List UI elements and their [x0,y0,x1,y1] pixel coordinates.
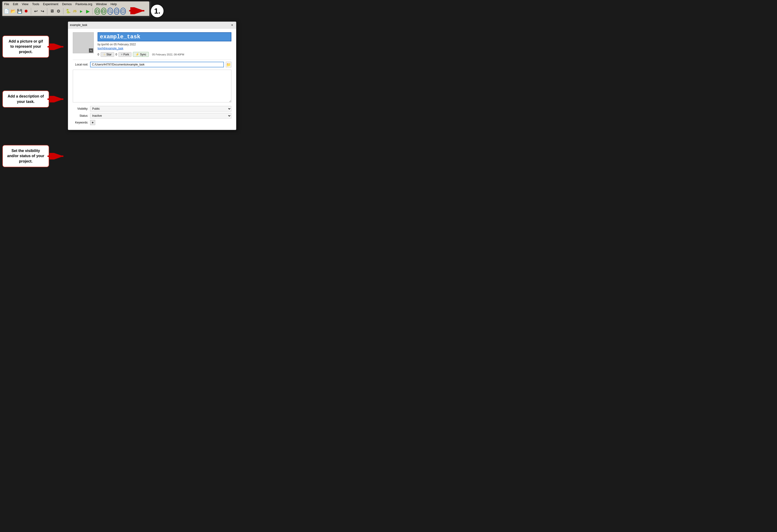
menu-bar: File Edit View Tools Experiment Demos Pa… [2,1,149,6]
star-count: 0 [98,53,99,56]
svg-line-7 [111,12,112,13]
project-name-input[interactable] [98,32,231,41]
folder-browse-button[interactable]: 📁 [226,62,231,68]
sync-button[interactable]: ⚡ Sync [133,52,149,57]
run-small-button[interactable]: ▶ [78,7,84,15]
globe-pavlovia-button[interactable] [95,8,100,15]
menu-experiment[interactable]: Experiment [43,2,59,6]
callout-picture: Add a picture or gif to represent your p… [2,35,49,58]
separator4 [92,8,93,14]
step-number-1: 1. [150,4,164,18]
arrow-picture-icon [47,43,66,50]
arrow-visibility-icon [47,153,66,159]
menu-view[interactable]: View [22,2,28,6]
separator3 [63,8,64,14]
menu-window[interactable]: Window [96,2,107,6]
status-row: Status: Inactive Active Piloting [73,113,231,119]
star-button[interactable]: ☆ Star [101,52,114,57]
status-select[interactable]: Inactive Active Piloting [90,113,231,119]
save-button[interactable]: 💾 [17,7,22,15]
thumbnail-edit-button[interactable]: ✎ [89,48,93,52]
redo-button[interactable]: ↪ [39,7,45,15]
fork-icon: ⑂ [121,53,123,56]
record-button[interactable]: ⏺ [23,7,29,15]
globe-search-button[interactable] [101,8,107,15]
menu-edit[interactable]: Edit [13,2,18,6]
globe-info2-button[interactable]: i [120,8,126,15]
dialog-close-button[interactable]: × [230,23,234,27]
globe-magnify-button[interactable] [107,8,113,15]
fork-button[interactable]: ⑂ Fork [118,52,131,57]
python-button[interactable]: 🐍 [65,7,71,15]
sync-icon: ⚡ [135,52,139,56]
add-keyword-button[interactable]: + [90,120,95,125]
menu-demos[interactable]: Demos [62,2,72,6]
last-sync-time: 05 February 2022, 08:40PM [152,53,184,56]
local-root-label: Local root: [73,63,88,66]
status-label: Status: [73,114,88,117]
visibility-select[interactable]: Public Private [90,106,231,112]
open-button[interactable]: 📂 [10,7,16,15]
arrow-1-icon [129,7,148,14]
svg-text:i: i [123,10,123,13]
annotations-panel: Add a picture or gif to represent your p… [2,35,49,167]
globe-info-button[interactable]: i [114,8,120,15]
local-root-input[interactable] [90,62,224,68]
separator [31,8,31,14]
js-button[interactable]: JS [72,7,78,15]
description-textarea[interactable] [73,70,231,103]
fork-count: 0 [116,53,117,56]
monitor-button[interactable]: 🖥 [49,7,55,15]
app-bar: File Edit View Tools Experiment Demos Pa… [1,1,151,17]
project-author: by lpxrh6 on 05 February 2022 [98,43,231,46]
dialog-titlebar: example_task × [68,22,236,28]
new-button[interactable]: 📄 [4,7,9,15]
run-button[interactable]: ▶ [85,7,91,15]
main-layout: Add a picture or gif to represent your p… [0,19,777,167]
callout-description: Add a description of your task. [2,91,49,108]
svg-text:i: i [116,10,117,13]
local-root-row: Local root: 📁 [73,62,231,68]
visibility-row: Visibility: Public Private [73,106,231,112]
undo-button[interactable]: ↩ [33,7,38,15]
dialog-body: ✎ by lpxrh6 on 05 February 2022 lpxrh6/e… [68,28,236,130]
keywords-row: Keywords: + [73,120,231,125]
toolbar: 📄 📂 💾 ⏺ ↩ ↪ 🖥 ⚙ 🐍 JS ▶ ▶ [2,6,149,16]
star-icon: ☆ [103,53,106,56]
menu-tools[interactable]: Tools [32,2,39,6]
keywords-label: Keywords: [73,121,88,124]
menu-file[interactable]: File [4,2,9,6]
project-thumbnail[interactable]: ✎ [73,32,94,53]
example-task-dialog: example_task × ✎ by lpxrh6 on 05 Februar… [68,21,236,130]
menu-help[interactable]: Help [110,2,117,6]
visibility-label: Visibility: [73,107,88,110]
menu-pavlovia[interactable]: Pavlovia.org [76,2,92,6]
project-info: by lpxrh6 on 05 February 2022 lpxrh6/exa… [98,32,231,57]
dialog-title: example_task [70,23,87,27]
arrow-description-icon [47,96,66,103]
divider-1 [73,59,231,60]
project-header: ✎ by lpxrh6 on 05 February 2022 lpxrh6/e… [73,32,231,57]
project-actions: 0 ☆ Star 0 ⑂ Fork ⚡ [98,52,231,57]
project-link[interactable]: lpxrh6/example_task [98,47,123,50]
svg-point-6 [109,10,111,12]
dialog-wrapper: example_task × ✎ by lpxrh6 on 05 Februar… [68,21,236,130]
settings-button[interactable]: ⚙ [56,7,61,15]
callout-visibility: Set the visibility and/or status of your… [2,145,49,167]
